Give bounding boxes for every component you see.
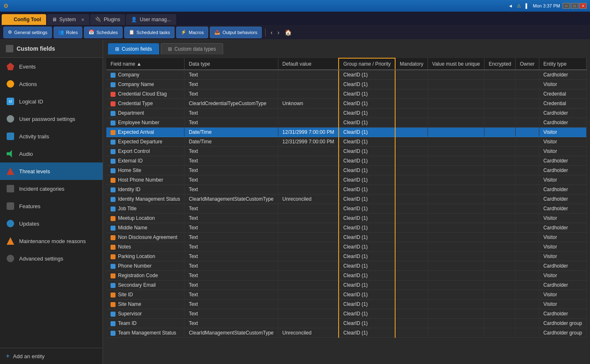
table-row[interactable]: Registration CodeTextClearID (1)Visitor (106, 271, 587, 280)
table-row[interactable]: Company NameTextClearID (1)Visitor (106, 80, 587, 89)
sidebar-item-events[interactable]: Events (0, 58, 103, 75)
sidebar-item-advanced[interactable]: Advanced settings (0, 250, 103, 267)
encrypted-cell (484, 300, 516, 309)
table-row[interactable]: External IDTextClearID (1)Cardholder (106, 156, 587, 166)
unique-cell (428, 99, 484, 108)
system-tab-close[interactable]: ✕ (81, 17, 84, 22)
toolbar-scheduled-tasks[interactable]: 📋 Scheduled tasks (124, 27, 175, 38)
nav-back-button[interactable]: ‹ (269, 29, 274, 36)
table-row[interactable]: Identity Management StatusClearIdManagem… (106, 194, 587, 204)
table-row[interactable]: Meetup LocationTextClearID (1)Visitor (106, 214, 587, 223)
toolbar-general-settings[interactable]: ⚙ General settings (3, 27, 52, 38)
table-row[interactable]: Team Management StatusClearIdManagementS… (106, 328, 587, 338)
dataType-cell: Text (184, 233, 278, 242)
dataType-cell: Text (184, 166, 278, 175)
scheduled-tasks-icon: 📋 (129, 30, 135, 35)
row-type-icon (111, 149, 116, 154)
table-row[interactable]: Middle NameTextClearID (1)Cardholder (106, 223, 587, 233)
entityType-cell: Credential (539, 99, 586, 108)
entityType-cell: Cardholder group (539, 328, 586, 338)
table-row[interactable]: Team IDTextClearID (1)Cardholder group (106, 319, 587, 328)
table-row[interactable]: Site IDTextClearID (1)Visitor (106, 290, 587, 300)
schedules-label: Schedules (96, 30, 118, 35)
col-header-field-name[interactable]: Field name ▲ (106, 58, 184, 70)
maximize-button[interactable]: □ (571, 3, 578, 9)
row-type-icon (111, 73, 116, 78)
row-type-icon (111, 302, 116, 307)
sidebar-item-user-password[interactable]: User password settings (0, 110, 103, 128)
owner-cell (516, 204, 539, 214)
app-tab-system[interactable]: 🖥 System ✕ (47, 14, 89, 25)
table-row[interactable]: Job TitleTextClearID (1)Cardholder (106, 204, 587, 214)
table-row[interactable]: Non Disclosure AgreementTextClearID (1)V… (106, 233, 587, 242)
table-row[interactable]: Expected DepartureDate/Time12/31/2999 7:… (106, 137, 587, 147)
unique-cell (428, 242, 484, 252)
close-button[interactable]: ✕ (579, 3, 587, 9)
table-row[interactable]: Home SiteTextClearID (1)Cardholder (106, 166, 587, 175)
general-settings-icon: ⚙ (8, 30, 12, 35)
app-tab-config[interactable]: ⚙ Config Tool (2, 14, 46, 25)
table-row[interactable]: Host Phone NumberTextClearID (1)Visitor (106, 175, 587, 185)
table-row[interactable]: Credential TypeClearIdCredentialTypeCust… (106, 99, 587, 108)
roles-icon: 👥 (58, 30, 64, 35)
mandatory-cell (395, 80, 428, 89)
owner-cell (516, 185, 539, 194)
table-row[interactable]: Secondary EmailTextClearID (1)Cardholder (106, 280, 587, 290)
app-tab-plugins[interactable]: 🔌 Plugins (90, 14, 125, 25)
content-tab-custom-data-types[interactable]: ⊞ Custom data types (161, 43, 223, 54)
features-label: Features (19, 203, 40, 209)
toolbar-macros[interactable]: ⚡ Macros (176, 27, 208, 38)
defaultValue-cell (278, 233, 339, 242)
table-row[interactable]: Expected ArrivalDate/Time12/31/2999 7:00… (106, 128, 587, 137)
content-tab-custom-fields[interactable]: ⊞ Custom fields (108, 43, 159, 54)
nav-home-button[interactable]: 🏠 (283, 29, 293, 36)
table-row[interactable]: NotesTextClearID (1)Visitor (106, 242, 587, 252)
toolbar-roles[interactable]: 👥 Roles (54, 27, 82, 38)
entityType-cell: Cardholder (539, 118, 586, 128)
sidebar-item-maintenance[interactable]: Maintenance mode reasons (0, 232, 103, 250)
field-name-cell: Job Title (118, 206, 137, 212)
encrypted-cell (484, 309, 516, 319)
table-row[interactable]: Employee NumberTextClearID (1)Cardholder (106, 118, 587, 128)
main-container: Custom fields Events Actions Id Logical … (0, 40, 590, 364)
features-icon (6, 202, 15, 211)
entityType-cell: Cardholder (539, 280, 586, 290)
table-row[interactable]: Parking LocationTextClearID (1)Visitor (106, 252, 587, 261)
app-tab-usermgmt[interactable]: 👤 User manag... (126, 14, 176, 25)
sidebar-item-audio[interactable]: Audio (0, 145, 103, 162)
sidebar-footer-add-entity[interactable]: + Add an entity (0, 348, 103, 364)
unique-cell (428, 214, 484, 223)
table-row[interactable]: DepartmentTextClearID (1)Cardholder (106, 108, 587, 118)
sidebar-item-updates[interactable]: Updates (0, 215, 103, 232)
table-row[interactable]: Export ControlTextClearID (1)Visitor (106, 147, 587, 156)
row-type-icon (111, 321, 116, 326)
defaultValue-cell (278, 70, 339, 80)
table-row[interactable]: Identity IDTextClearID (1)Cardholder (106, 185, 587, 194)
sidebar-item-logical-id[interactable]: Id Logical ID (0, 93, 103, 110)
toolbar-schedules[interactable]: 📅 Schedules (84, 27, 122, 38)
dataType-cell: Text (184, 118, 278, 128)
entityType-cell: Visitor (539, 147, 586, 156)
table-row[interactable]: Phone NumberTextClearID (1)Cardholder (106, 261, 587, 271)
unique-cell (428, 118, 484, 128)
sidebar-item-incident-categories[interactable]: Incident categories (0, 180, 103, 197)
group-name-cell: ClearID (1) (339, 223, 395, 233)
table-row[interactable]: Site NameTextClearID (1)Visitor (106, 300, 587, 309)
mandatory-cell (395, 166, 428, 175)
sidebar-item-threat-levels[interactable]: Threat levels (0, 162, 103, 180)
encrypted-cell (484, 204, 516, 214)
sidebar-item-actions[interactable]: Actions (0, 75, 103, 93)
encrypted-cell (484, 185, 516, 194)
macros-label: Macros (189, 30, 204, 35)
table-row[interactable]: SupervisorTextClearID (1)Cardholder (106, 309, 587, 319)
table-row[interactable]: Credential Cloud EtagTextClearID (1)Cred… (106, 89, 587, 99)
encrypted-cell (484, 70, 516, 80)
table-row[interactable]: CompanyTextClearID (1)Cardholder (106, 70, 587, 80)
sidebar-item-activity-trails[interactable]: Activity trails (0, 128, 103, 145)
toolbar-output-behaviors[interactable]: 📤 Output behaviors (210, 27, 262, 38)
unique-cell (428, 175, 484, 185)
minimize-button[interactable]: ─ (563, 3, 570, 9)
nav-forward-button[interactable]: › (276, 29, 281, 36)
sidebar-item-features[interactable]: Features (0, 197, 103, 215)
field-name-cell: Export Control (118, 148, 150, 154)
